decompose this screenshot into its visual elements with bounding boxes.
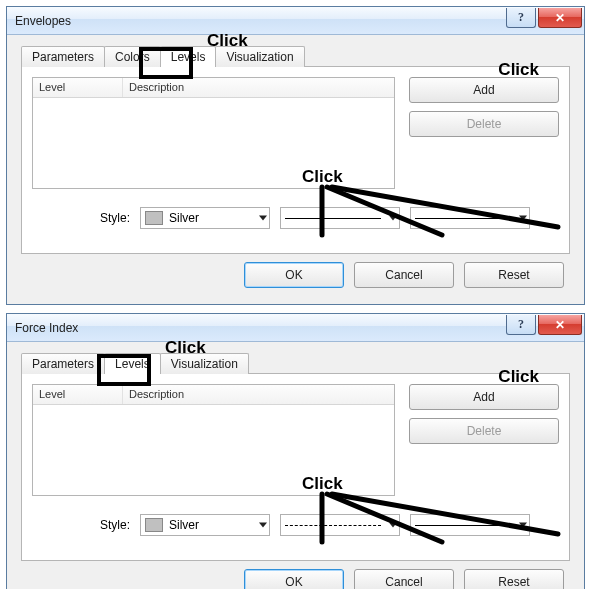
add-button[interactable]: Add [409,77,559,103]
chevron-down-icon [389,216,397,221]
col-description[interactable]: Description [123,385,394,404]
levels-list[interactable]: Level Description [32,77,395,189]
reset-button[interactable]: Reset [464,262,564,288]
titlebar[interactable]: Force Index ? ✕ [7,314,584,342]
cancel-button[interactable]: Cancel [354,569,454,589]
reset-button[interactable]: Reset [464,569,564,589]
titlebar[interactable]: Envelopes ? ✕ [7,7,584,35]
help-button[interactable]: ? [506,315,536,335]
silver-swatch-icon [145,518,163,532]
tab-panel-levels: Click Level Description Add Delete Click [21,373,570,561]
tab-levels[interactable]: Levels [104,353,161,374]
color-combo[interactable]: Silver [140,514,270,536]
tab-strip: Parameters Levels Visualization [21,352,570,374]
line-style-combo[interactable] [280,207,400,229]
dialog-footer: OK Cancel Reset [21,561,570,589]
chevron-down-icon [519,216,527,221]
dialog-envelopes: Envelopes ? ✕ Click Parameters Colors Le… [6,6,585,305]
dialog-force-index: Force Index ? ✕ Click Parameters Levels … [6,313,585,589]
chevron-down-icon [519,523,527,528]
color-name: Silver [169,211,199,225]
list-header: Level Description [33,385,394,405]
levels-list[interactable]: Level Description [32,384,395,496]
tab-parameters[interactable]: Parameters [21,353,105,374]
color-name: Silver [169,518,199,532]
delete-button: Delete [409,111,559,137]
line-preview-icon [285,218,381,219]
tab-parameters[interactable]: Parameters [21,46,105,67]
close-button[interactable]: ✕ [538,8,582,28]
line-width-combo[interactable] [410,514,530,536]
dialog-footer: OK Cancel Reset [21,254,570,292]
line-style-combo[interactable] [280,514,400,536]
col-level[interactable]: Level [33,385,123,404]
chevron-down-icon [389,523,397,528]
help-button[interactable]: ? [506,8,536,28]
cancel-button[interactable]: Cancel [354,262,454,288]
ok-button[interactable]: OK [244,569,344,589]
col-level[interactable]: Level [33,78,123,97]
tab-strip: Parameters Colors Levels Visualization [21,45,570,67]
line-preview-icon [285,525,381,526]
style-row: Style: Silver [32,514,559,536]
delete-button: Delete [409,418,559,444]
style-label: Style: [92,211,130,225]
tab-panel-levels: Click Level Description Add Delete Click [21,66,570,254]
tab-colors[interactable]: Colors [104,46,161,67]
list-header: Level Description [33,78,394,98]
tab-visualization[interactable]: Visualization [160,353,249,374]
silver-swatch-icon [145,211,163,225]
tab-visualization[interactable]: Visualization [215,46,304,67]
style-row: Style: Silver [32,207,559,229]
line-width-combo[interactable] [410,207,530,229]
ok-button[interactable]: OK [244,262,344,288]
color-combo[interactable]: Silver [140,207,270,229]
style-label: Style: [92,518,130,532]
col-description[interactable]: Description [123,78,394,97]
chevron-down-icon [259,523,267,528]
window-title: Force Index [15,321,78,335]
close-button[interactable]: ✕ [538,315,582,335]
line-preview-icon [415,218,511,219]
window-title: Envelopes [15,14,71,28]
tab-levels[interactable]: Levels [160,46,217,67]
line-preview-icon [415,525,511,526]
chevron-down-icon [259,216,267,221]
add-button[interactable]: Add [409,384,559,410]
